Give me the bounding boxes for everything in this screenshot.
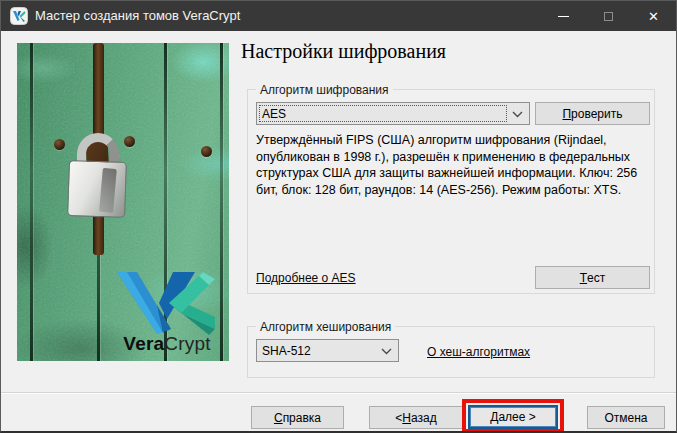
page-title: Настройки шифрования: [241, 40, 446, 63]
encryption-group-label: Алгоритм шифрования: [256, 83, 393, 97]
close-icon: ✕: [648, 10, 659, 23]
logo-text-regular: Crypt: [164, 333, 210, 354]
bolt: [54, 139, 65, 150]
veracrypt-logo-text: VeraCrypt: [111, 333, 223, 355]
minimize-icon: [558, 16, 569, 17]
door-plank-gap: [220, 43, 223, 361]
close-button[interactable]: ✕: [631, 1, 676, 31]
window-title: Мастер создания томов VeraCrypt: [35, 8, 240, 23]
benchmark-button[interactable]: Тест: [535, 266, 650, 289]
footer-separator: [1, 392, 676, 394]
padlock-scratch: [99, 168, 117, 213]
hash-algorithm-select[interactable]: SHA-512: [256, 339, 399, 362]
hash-info-link[interactable]: О хеш-алгоритмах: [427, 345, 530, 359]
veracrypt-wizard-window: Мастер создания томов VeraCrypt ✕: [0, 0, 677, 433]
hash-algorithm-value: SHA-512: [257, 344, 311, 358]
padlock-icon: [67, 160, 127, 218]
help-button[interactable]: Справка: [251, 406, 344, 429]
banner-image: VeraCrypt: [17, 43, 229, 361]
hash-group-label: Алгоритм хеширования: [256, 320, 395, 334]
veracrypt-logo: [115, 271, 217, 335]
cancel-button[interactable]: Отмена: [587, 406, 665, 429]
encryption-algorithm-select[interactable]: AES: [256, 102, 530, 125]
verify-button[interactable]: Проверить: [535, 102, 650, 125]
door-plank-gap: [30, 43, 33, 361]
logo-text-bold: Vera: [123, 333, 164, 354]
maximize-icon: [604, 12, 613, 21]
titlebar: Мастер создания томов VeraCrypt ✕: [1, 1, 676, 31]
bolt: [201, 146, 212, 157]
chevron-down-icon: [512, 111, 523, 118]
back-button[interactable]: < Назад: [369, 406, 463, 429]
next-button[interactable]: Далее >: [468, 405, 558, 429]
algorithm-description: Утверждённый FIPS (США) алгоритм шифрова…: [256, 132, 654, 198]
focus-rectangle: [259, 105, 507, 122]
maximize-button: [586, 1, 631, 31]
hash-algorithm-group: Алгоритм хеширования SHA-512 О хеш-алгор…: [247, 326, 655, 378]
aes-info-link[interactable]: Подробнее о AES: [256, 271, 356, 285]
chevron-down-icon: [381, 348, 392, 355]
minimize-button[interactable]: [541, 1, 586, 31]
veracrypt-logo-icon: [10, 7, 28, 25]
encryption-algorithm-group: Алгоритм шифрования AES Проверить Утверж…: [247, 89, 655, 294]
bolt: [124, 136, 135, 147]
